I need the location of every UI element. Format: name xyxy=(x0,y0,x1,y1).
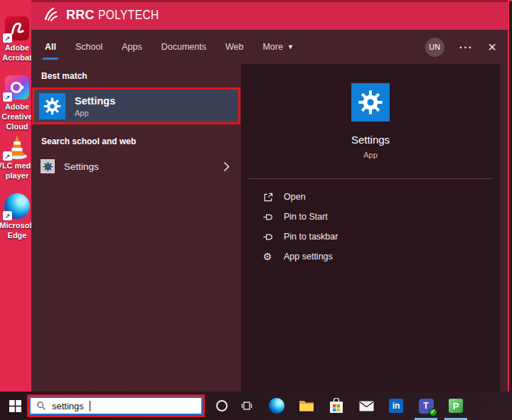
edge-icon xyxy=(269,398,284,414)
action-label: Pin to Start xyxy=(284,212,328,222)
divider xyxy=(249,178,492,179)
tab-label: More xyxy=(262,42,282,52)
start-button[interactable] xyxy=(0,392,30,420)
tab-label: Apps xyxy=(122,42,142,52)
taskbar-edge[interactable] xyxy=(262,392,292,420)
action-label: Open xyxy=(284,192,306,202)
tab-documents[interactable]: Documents xyxy=(161,30,206,64)
flyout-right-gutter xyxy=(500,64,508,392)
preview-app-title: Settings xyxy=(351,134,390,146)
pin-icon xyxy=(262,212,273,222)
search-query-text: settings xyxy=(52,401,84,411)
adobe-creative-cloud-icon: ↗ xyxy=(4,75,30,100)
best-match-header: Best match xyxy=(41,71,241,81)
taskbar-app-icons: in T ✓ P xyxy=(262,392,471,420)
search-icon xyxy=(36,401,46,411)
action-open[interactable]: Open xyxy=(262,187,500,207)
annotation-box-search: settings xyxy=(27,394,205,417)
shortcut-arrow-icon: ↗ xyxy=(3,92,12,102)
shortcut-arrow-icon: ↗ xyxy=(3,211,12,220)
action-app-settings[interactable]: ⚙ App settings xyxy=(262,247,500,266)
tab-bar-controls: UN ··· × xyxy=(425,30,496,64)
status-check-icon: ✓ xyxy=(429,408,437,416)
rrc-logo-icon xyxy=(43,6,60,23)
taskbar-planner[interactable]: P xyxy=(441,392,471,420)
windows-logo-icon xyxy=(9,400,21,412)
brand-text: RRC POLYTECH xyxy=(66,8,169,23)
shortcut-arrow-icon: ↗ xyxy=(3,33,12,43)
tab-label: School xyxy=(75,42,102,52)
best-match-subtitle: App xyxy=(75,109,115,117)
open-icon xyxy=(262,192,273,203)
suggestion-label: Settings xyxy=(64,161,99,172)
pin-icon xyxy=(262,232,273,242)
shortcut-arrow-icon: ↗ xyxy=(3,151,12,161)
search-flyout: RRC POLYTECH All School Apps Documents W… xyxy=(31,0,508,392)
search-tab-bar: All School Apps Documents Web More ▼ UN … xyxy=(31,30,508,64)
close-icon[interactable]: × xyxy=(488,40,496,54)
task-view-icon xyxy=(240,400,253,411)
rrc-header: RRC POLYTECH xyxy=(31,0,508,30)
settings-gear-icon xyxy=(351,83,390,122)
flyout-shadow xyxy=(509,1,512,392)
taskbar-store[interactable] xyxy=(321,392,351,420)
gear-icon: ⚙ xyxy=(262,252,273,262)
action-pin-to-start[interactable]: Pin to Start xyxy=(262,207,500,227)
tab-apps[interactable]: Apps xyxy=(122,30,142,64)
taskbar-linkedin[interactable]: in xyxy=(381,392,411,420)
tab-label: All xyxy=(45,42,56,52)
vlc-cone-icon: ↗ xyxy=(4,134,30,159)
results-panel: Best match Settings App Search school an… xyxy=(31,64,241,392)
chevron-right-icon[interactable] xyxy=(223,161,230,172)
search-suggestion-settings[interactable]: Settings xyxy=(31,153,241,180)
preview-app-subtitle: App xyxy=(363,151,378,159)
brand-rrc: RRC xyxy=(66,8,95,22)
file-explorer-icon xyxy=(299,399,314,412)
linkedin-icon: in xyxy=(389,399,403,413)
account-avatar[interactable]: UN xyxy=(425,38,444,57)
preview-actions: Open Pin to Start Pin to taskbar xyxy=(241,187,500,266)
best-match-title: Settings xyxy=(75,95,115,107)
action-pin-to-taskbar[interactable]: Pin to taskbar xyxy=(262,227,500,247)
taskbar-teams[interactable]: T ✓ xyxy=(411,392,441,420)
tab-label: Web xyxy=(225,42,243,52)
brand-polytech: POLYTECH xyxy=(98,8,159,23)
text-caret xyxy=(90,401,90,411)
chevron-down-icon: ▼ xyxy=(287,43,294,50)
tab-all[interactable]: All xyxy=(45,30,56,64)
cortana-icon[interactable] xyxy=(216,400,228,411)
settings-gear-icon xyxy=(39,93,65,119)
best-match-text: Settings App xyxy=(75,95,115,117)
settings-suggestion-icon xyxy=(41,159,55,173)
task-view-button[interactable] xyxy=(240,400,253,411)
tab-school[interactable]: School xyxy=(75,30,102,64)
mail-icon xyxy=(359,401,374,411)
search-content: Best match Settings App Search school an… xyxy=(31,64,508,392)
more-options-icon[interactable]: ··· xyxy=(459,41,474,53)
adobe-acrobat-icon: ↗ xyxy=(4,16,30,41)
search-panel: All School Apps Documents Web More ▼ UN … xyxy=(31,30,508,392)
preview-panel: Settings App Open Pin to Start xyxy=(241,64,500,392)
teams-icon: T ✓ xyxy=(419,399,434,414)
best-match-result-settings[interactable]: Settings App xyxy=(32,87,240,124)
web-search-header: Search school and web xyxy=(41,136,241,146)
planner-icon: P xyxy=(449,399,463,413)
taskbar-search-input[interactable]: settings xyxy=(29,397,203,415)
action-label: Pin to taskbar xyxy=(284,232,338,242)
taskbar: settings xyxy=(0,392,512,420)
taskbar-file-explorer[interactable] xyxy=(292,392,321,420)
tab-label: Documents xyxy=(161,42,206,52)
store-icon xyxy=(329,398,343,414)
tab-more[interactable]: More ▼ xyxy=(262,30,293,64)
taskbar-mail[interactable] xyxy=(351,392,381,420)
action-label: App settings xyxy=(284,252,333,262)
tab-web[interactable]: Web xyxy=(225,30,243,64)
microsoft-edge-icon: ↗ xyxy=(4,193,30,219)
teams-letter: T xyxy=(423,401,428,411)
